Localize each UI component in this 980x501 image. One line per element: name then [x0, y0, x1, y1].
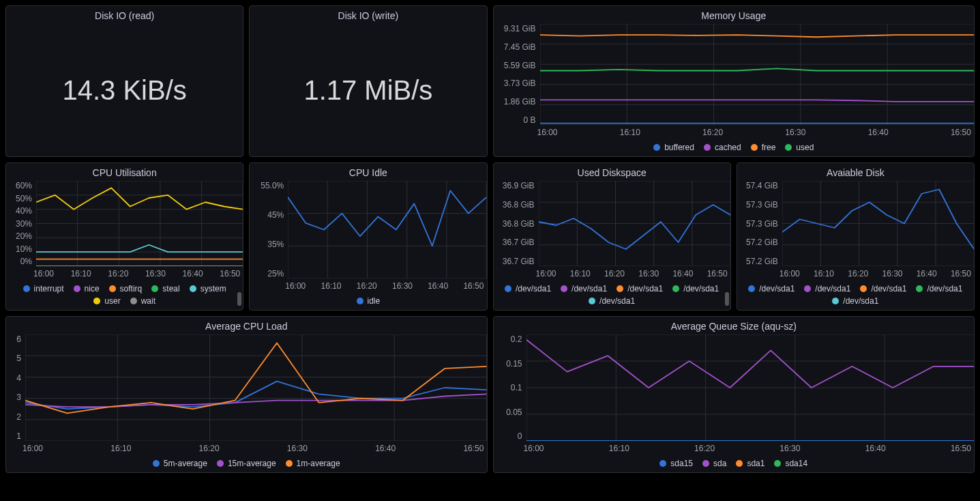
- panel-available-disk[interactable]: Avaiable Disk57.4 GiB57.3 GiB57.3 GiB57.…: [737, 162, 975, 311]
- legend-item[interactable]: sda15: [659, 459, 693, 468]
- x-tick-label: 16:10: [110, 444, 131, 453]
- legend-item[interactable]: sda1: [736, 459, 764, 468]
- x-tick-label: 16:30: [785, 128, 805, 137]
- chart-plot[interactable]: [526, 334, 975, 441]
- y-tick-label: 36.7 GiB: [495, 257, 535, 266]
- legend-label: system: [201, 284, 226, 294]
- x-tick-label: 16:30: [392, 281, 413, 291]
- panel-avg-queue-size[interactable]: Average Queue Size (aqu-sz)0.20.150.10.0…: [493, 316, 975, 473]
- panel-title: Average Queue Size (aqu-sz): [494, 317, 975, 334]
- legend-item[interactable]: nice: [74, 284, 100, 294]
- legend-item[interactable]: 1m-average: [286, 459, 340, 468]
- x-tick-label: 16:50: [951, 444, 971, 453]
- chart-plot[interactable]: [539, 181, 730, 266]
- legend-label: 5m-average: [164, 459, 207, 468]
- legend-item[interactable]: /dev/sda1: [505, 284, 551, 294]
- panel-title: CPU Utilisation: [6, 163, 243, 181]
- legend-color-icon: [561, 285, 567, 292]
- legend-item[interactable]: 15m-average: [217, 459, 276, 468]
- legend-item[interactable]: /dev/sda1: [561, 284, 607, 294]
- chart-legend: interruptnicesoftirqstealsystemuserwait: [6, 280, 243, 310]
- legend-color-icon: [589, 298, 595, 304]
- legend-label: /dev/sda1: [516, 284, 551, 294]
- panel-avg-cpu-load[interactable]: Average CPU Load65432116:0016:1016:2016:…: [5, 316, 488, 473]
- y-tick-label: 57.3 GiB: [739, 219, 778, 229]
- legend-item[interactable]: /dev/sda1: [916, 284, 962, 294]
- legend-label: free: [762, 143, 776, 152]
- legend-label: nice: [85, 284, 100, 294]
- legend-color-icon: [357, 298, 363, 304]
- x-tick-label: 16:00: [779, 269, 800, 278]
- x-tick-label: 16:50: [463, 444, 484, 453]
- chart-plot[interactable]: [782, 181, 974, 266]
- y-tick-label: 57.2 GiB: [739, 257, 778, 266]
- chart-plot[interactable]: [540, 24, 975, 125]
- legend-item[interactable]: /dev/sda1: [589, 296, 635, 306]
- panel-cpu-utilisation[interactable]: CPU Utilisation60%50%40%30%20%10%0%16:00…: [5, 162, 243, 311]
- legend-item[interactable]: /dev/sda1: [860, 284, 906, 294]
- legend-item[interactable]: wait: [130, 296, 155, 306]
- y-tick-label: 0.15: [495, 359, 522, 369]
- legend-item[interactable]: sda14: [774, 459, 807, 468]
- legend-item[interactable]: /dev/sda1: [832, 296, 878, 306]
- chart-plot[interactable]: [25, 334, 487, 441]
- x-axis: 16:0016:1016:2016:3016:4016:50: [31, 266, 243, 280]
- legend-item[interactable]: free: [751, 143, 776, 152]
- legend-item[interactable]: user: [93, 296, 120, 306]
- x-tick-label: 16:50: [220, 269, 240, 278]
- legend-item[interactable]: /dev/sda1: [748, 284, 795, 294]
- y-axis: 60%50%40%30%20%10%0%: [6, 181, 36, 266]
- x-tick-label: 16:00: [524, 444, 544, 453]
- legend-color-icon: [704, 144, 711, 151]
- legend-scrollbar[interactable]: [237, 292, 241, 306]
- x-tick-label: 16:40: [183, 269, 203, 278]
- y-tick-label: 1.86 GiB: [495, 97, 536, 106]
- legend-item[interactable]: sda: [702, 459, 726, 468]
- legend-color-icon: [617, 285, 623, 292]
- panel-disk-io-read[interactable]: Disk IO (read) 14.3 KiB/s: [5, 5, 243, 157]
- legend-item[interactable]: system: [190, 284, 226, 294]
- legend-item[interactable]: interrupt: [23, 284, 64, 294]
- legend-scrollbar[interactable]: [725, 292, 729, 306]
- legend-item[interactable]: cached: [704, 143, 741, 152]
- legend-color-icon: [804, 285, 811, 292]
- legend-color-icon: [23, 285, 30, 292]
- legend-item[interactable]: used: [785, 143, 814, 152]
- x-tick-label: 16:30: [145, 269, 166, 278]
- panel-memory-usage[interactable]: Memory Usage9.31 GiB7.45 GiB5.59 GiB3.73…: [493, 5, 975, 157]
- legend-item[interactable]: softirq: [109, 284, 143, 294]
- panel-title: Memory Usage: [494, 6, 975, 24]
- x-tick-label: 16:10: [321, 281, 341, 291]
- legend-item[interactable]: 5m-average: [153, 459, 207, 468]
- legend-item[interactable]: idle: [357, 296, 381, 306]
- legend-label: /dev/sda1: [683, 284, 719, 294]
- legend-item[interactable]: /dev/sda1: [804, 284, 850, 294]
- panel-used-diskspace[interactable]: Used Diskspace36.9 GiB36.8 GiB36.8 GiB36…: [493, 162, 731, 311]
- chart-plot[interactable]: [288, 181, 486, 278]
- x-tick-label: 16:00: [33, 269, 54, 278]
- legend-color-icon: [785, 144, 792, 151]
- legend-color-icon: [130, 298, 137, 304]
- y-tick-label: 36.9 GiB: [495, 181, 535, 190]
- legend-color-icon: [751, 144, 758, 151]
- panel-disk-io-write[interactable]: Disk IO (write) 1.17 MiB/s: [249, 5, 487, 157]
- legend-item[interactable]: /dev/sda1: [617, 284, 663, 294]
- y-tick-label: 20%: [8, 231, 32, 241]
- panel-cpu-idle[interactable]: CPU Idle55.0%45%35%25%16:0016:1016:2016:…: [249, 162, 487, 311]
- legend-item[interactable]: buffered: [653, 143, 694, 152]
- x-axis: 16:0016:1016:2016:3016:4016:50: [533, 266, 730, 280]
- y-tick-label: 4: [8, 373, 21, 383]
- legend-label: cached: [715, 143, 741, 152]
- x-axis: 16:0016:1016:2016:3016:4016:50: [521, 441, 975, 455]
- y-axis: 654321: [6, 334, 25, 441]
- legend-item[interactable]: steal: [151, 284, 179, 294]
- legend-label: sda14: [785, 459, 807, 468]
- legend-color-icon: [217, 460, 224, 467]
- y-tick-label: 3: [8, 392, 21, 402]
- y-tick-label: 1: [8, 431, 21, 441]
- x-tick-label: 16:50: [951, 128, 971, 137]
- y-tick-label: 36.7 GiB: [495, 238, 535, 247]
- y-tick-label: 57.4 GiB: [739, 181, 778, 190]
- chart-plot[interactable]: [36, 181, 243, 266]
- legend-item[interactable]: /dev/sda1: [672, 284, 719, 294]
